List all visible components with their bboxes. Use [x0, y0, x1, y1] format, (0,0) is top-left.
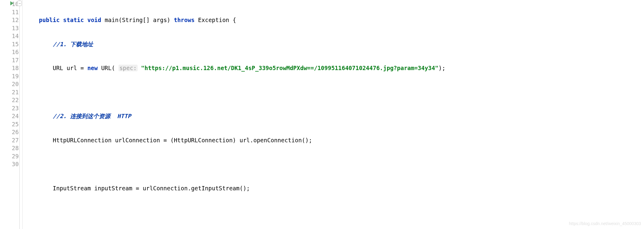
- keyword-void: void: [87, 17, 101, 23]
- code-line-12[interactable]: URL url = new URL( spec: "https://p1.mus…: [25, 64, 644, 72]
- gutter-line-30[interactable]: 30: [0, 160, 19, 168]
- code-line-13[interactable]: [25, 88, 644, 96]
- comment: //1. 下载地址: [53, 41, 93, 47]
- watermark-text: https://blog.csdn.net/weixin_45000303: [569, 220, 641, 228]
- code-text: InputStream inputStream = urlConnection.…: [53, 185, 250, 192]
- gutter-line-23[interactable]: 23: [0, 104, 19, 112]
- code-line-10[interactable]: public static void main(String[] args) t…: [25, 16, 644, 24]
- parameter-hint: spec:: [119, 65, 138, 71]
- gutter-line-28[interactable]: 28: [0, 144, 19, 152]
- gutter-line-15[interactable]: 15: [0, 40, 19, 48]
- code-line-15[interactable]: HttpURLConnection urlConnection = (HttpU…: [25, 136, 644, 144]
- gutter-line-27[interactable]: 27: [0, 136, 19, 144]
- gutter-line-18[interactable]: 18: [0, 64, 19, 72]
- gutter-line-14[interactable]: 14: [0, 32, 19, 40]
- gutter-line-17[interactable]: 17: [0, 56, 19, 64]
- gutter-line-10[interactable]: 10 −: [0, 0, 19, 8]
- keyword-static: static: [63, 17, 84, 23]
- code-text: );: [438, 65, 445, 71]
- gutter-line-12[interactable]: 12: [0, 16, 19, 24]
- code-line-16[interactable]: [25, 160, 644, 168]
- code-line-14[interactable]: //2. 连接到这个资源 HTTP: [25, 112, 644, 120]
- code-line-11[interactable]: //1. 下载地址: [25, 40, 644, 48]
- run-icon[interactable]: [10, 1, 14, 5]
- gutter-line-19[interactable]: 19: [0, 72, 19, 80]
- code-text: HttpURLConnection urlConnection = (HttpU…: [53, 137, 312, 144]
- line-number-gutter: 10 − 11 12 13 14 15 16 17 18 19 20 21 22…: [0, 0, 23, 229]
- gutter-line-26[interactable]: 26: [0, 128, 19, 136]
- fold-guide-line: [19, 0, 20, 229]
- gutter-line-24[interactable]: 24: [0, 112, 19, 120]
- gutter-line-16[interactable]: 16: [0, 48, 19, 56]
- gutter-line-25[interactable]: 25: [0, 120, 19, 128]
- code-text: URL(: [98, 65, 119, 71]
- string-literal: "https://p1.music.126.net/DK1_4sP_339o5r…: [141, 65, 439, 71]
- code-text: URL url =: [53, 65, 87, 71]
- keyword-public: public: [39, 17, 60, 23]
- gutter-line-22[interactable]: 22: [0, 96, 19, 104]
- gutter-line-13[interactable]: 13: [0, 24, 19, 32]
- gutter-line-29[interactable]: 29: [0, 152, 19, 160]
- code-line-17[interactable]: InputStream inputStream = urlConnection.…: [25, 184, 644, 192]
- method-name: main: [105, 17, 119, 23]
- keyword-throws: throws: [174, 17, 195, 23]
- code-line-18[interactable]: [25, 208, 644, 216]
- fold-collapse-icon[interactable]: −: [18, 1, 22, 6]
- gutter-line-11[interactable]: 11: [0, 8, 19, 16]
- code-editor[interactable]: public static void main(String[] args) t…: [23, 0, 644, 229]
- comment: //2. 连接到这个资源 HTTP: [53, 113, 131, 119]
- gutter-line-20[interactable]: 20: [0, 80, 19, 88]
- keyword-new: new: [87, 65, 98, 71]
- exception-type: Exception {: [198, 17, 236, 23]
- method-params: (String[] args): [119, 17, 171, 23]
- gutter-line-21[interactable]: 21: [0, 88, 19, 96]
